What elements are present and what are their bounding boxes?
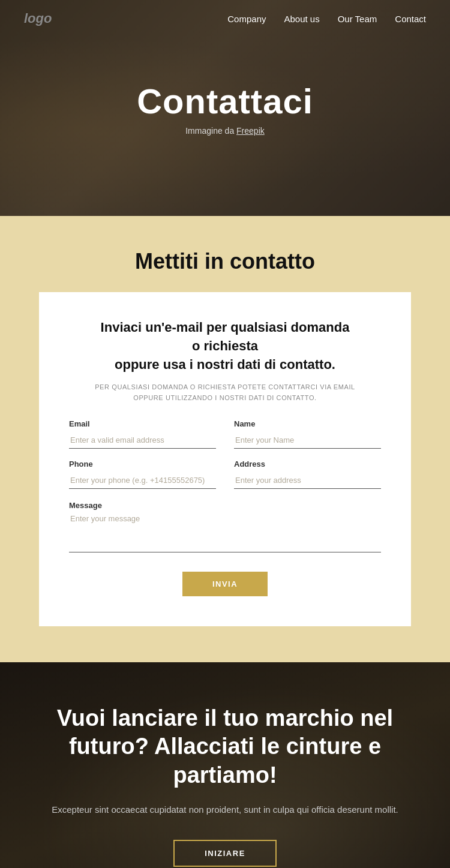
name-group: Name	[234, 419, 381, 449]
cta-subtitle: Excepteur sint occaecat cupidatat non pr…	[48, 803, 402, 817]
name-input[interactable]	[234, 432, 381, 449]
navbar: logo Company About us Our Team Contact	[0, 0, 450, 37]
cta-content: Vuoi lanciare il tuo marchio nel futuro?…	[48, 704, 402, 867]
form-card-sub: PER QUALSIASI DOMANDA O RICHIESTA POTETE…	[69, 382, 381, 403]
hero-credit: Immagine da Freepik	[137, 126, 313, 136]
nav-team[interactable]: Our Team	[338, 14, 377, 24]
phone-input[interactable]	[69, 472, 216, 489]
cta-title: Vuoi lanciare il tuo marchio nel futuro?…	[48, 704, 402, 790]
message-textarea[interactable]	[69, 510, 381, 552]
phone-label: Phone	[69, 459, 216, 468]
cta-section: Vuoi lanciare il tuo marchio nel futuro?…	[0, 662, 450, 868]
phone-group: Phone	[69, 459, 216, 489]
contact-section-title: Mettiti in contatto	[135, 249, 315, 274]
form-card-heading: Inviaci un'e-mail per qualsiasi domandao…	[69, 319, 381, 374]
message-group: Message	[69, 500, 381, 555]
cta-button[interactable]: INIZIARE	[173, 840, 277, 867]
email-input[interactable]	[69, 432, 216, 449]
address-label: Address	[234, 459, 381, 468]
hero-content: Contattaci Immagine da Freepik	[137, 81, 313, 136]
email-label: Email	[69, 419, 216, 428]
nav-company[interactable]: Company	[227, 14, 266, 24]
message-label: Message	[69, 501, 102, 510]
email-group: Email	[69, 419, 216, 449]
contact-section: Mettiti in contatto Inviaci un'e-mail pe…	[0, 216, 450, 662]
logo[interactable]: logo	[24, 11, 52, 26]
submit-row: INVIA	[69, 572, 381, 596]
freepik-link[interactable]: Freepik	[236, 126, 265, 136]
name-label: Name	[234, 419, 381, 428]
nav-links: Company About us Our Team Contact	[227, 14, 426, 24]
submit-button[interactable]: INVIA	[182, 572, 268, 596]
row-email-name: Email Name	[69, 419, 381, 449]
row-phone-address: Phone Address	[69, 459, 381, 489]
address-group: Address	[234, 459, 381, 489]
hero-title: Contattaci	[137, 81, 313, 121]
form-card: Inviaci un'e-mail per qualsiasi domandao…	[39, 292, 411, 626]
address-input[interactable]	[234, 472, 381, 489]
nav-contact[interactable]: Contact	[395, 14, 426, 24]
nav-about[interactable]: About us	[284, 14, 319, 24]
contact-form: Email Name Phone Address	[69, 419, 381, 596]
